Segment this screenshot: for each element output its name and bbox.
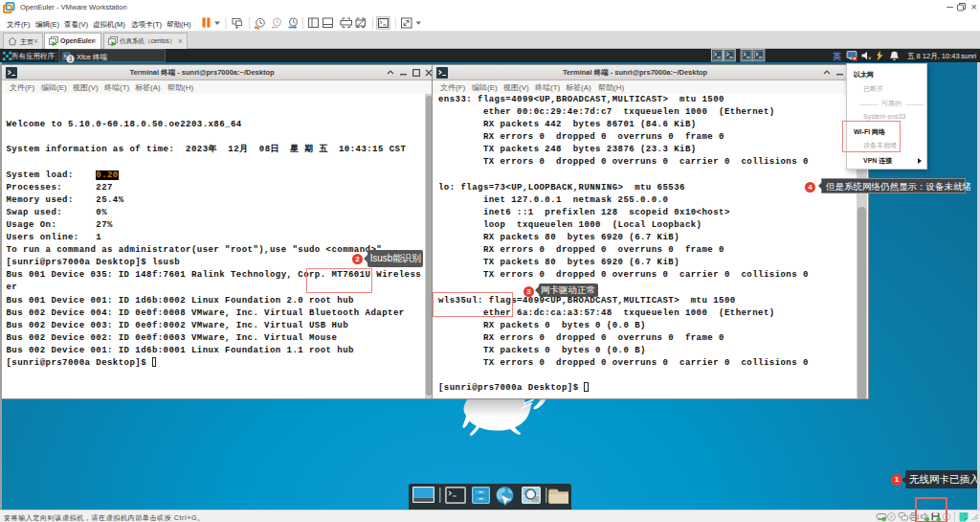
svg-text:3: 3 (69, 56, 73, 62)
